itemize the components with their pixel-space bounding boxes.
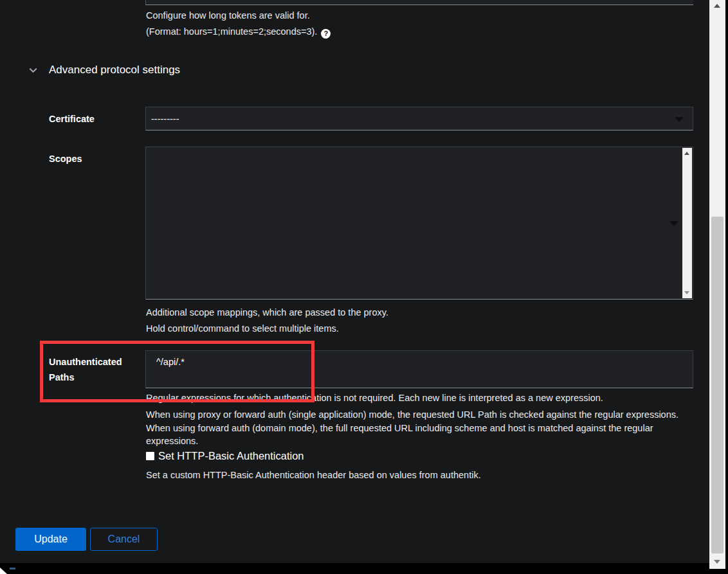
form-page: Configure how long tokens are valid for.… [0, 0, 709, 563]
scopes-help-line2: Hold control/command to select multiple … [146, 323, 339, 335]
scrollbar-down-icon[interactable] [684, 291, 689, 294]
scopes-help-line1: Additional scope mappings, which are pas… [146, 307, 388, 319]
scopes-scrollbar[interactable] [682, 148, 692, 298]
section-title: Advanced protocol settings [49, 64, 180, 76]
token-validity-help-line2: (Format: hours=1;minutes=2;seconds=3). [146, 26, 317, 37]
token-validity-input-remnant[interactable] [145, 0, 693, 5]
cancel-button[interactable]: Cancel [90, 528, 158, 551]
question-mark-icon[interactable]: ? [321, 29, 331, 39]
scrollbar-up-icon[interactable] [684, 152, 689, 155]
page-scrollbar[interactable] [709, 0, 725, 569]
window-corner-dash-artifact [10, 568, 15, 570]
unauthenticated-paths-label: Unauthenticated Paths [49, 354, 142, 385]
scrollbar-up-icon[interactable] [714, 4, 720, 8]
basic-auth-checkbox[interactable] [146, 452, 154, 460]
scrollbar-down-icon[interactable] [714, 560, 720, 564]
select-caret-icon [675, 117, 684, 122]
certificate-selected-value: --------- [151, 114, 179, 124]
scopes-multiselect[interactable] [145, 147, 693, 300]
basic-auth-label[interactable]: Set HTTP-Basic Authentication [158, 450, 304, 462]
window-corner-artifact [0, 568, 7, 574]
scopes-label: Scopes [49, 152, 82, 166]
certificate-select[interactable]: --------- [145, 107, 693, 130]
scrollbar-thumb[interactable] [711, 217, 723, 553]
basic-auth-help: Set a custom HTTP-Basic Authentication h… [146, 469, 481, 481]
screenshot-root: Configure how long tokens are valid for.… [0, 0, 728, 574]
unauthenticated-paths-help-line2: When using proxy or forward auth (single… [146, 408, 682, 448]
update-button[interactable]: Update [15, 528, 86, 551]
certificate-label: Certificate [49, 112, 95, 127]
basic-auth-row: Set HTTP-Basic Authentication [146, 450, 304, 462]
advanced-settings-toggle[interactable]: Advanced protocol settings [28, 64, 180, 76]
token-validity-help-line2-row: (Format: hours=1;minutes=2;seconds=3).? [146, 26, 331, 39]
token-validity-help-line1: Configure how long tokens are valid for. [146, 10, 310, 22]
chevron-down-icon [28, 66, 38, 75]
unauthenticated-paths-help-line1: Regular expressions for which authentica… [146, 392, 603, 404]
select-caret-icon [669, 221, 678, 226]
unauthenticated-paths-textarea[interactable]: ^/api/.* [145, 350, 693, 388]
